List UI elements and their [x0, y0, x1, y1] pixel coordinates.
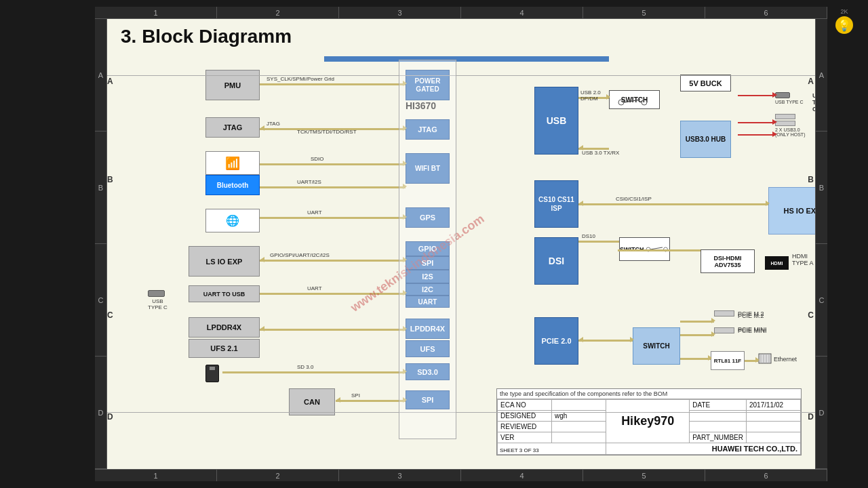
usb-c-right-area: USB TYPE C: [775, 92, 804, 104]
col-1: 1: [95, 7, 217, 18]
sd-card-icon: [205, 365, 219, 382]
usb3-icon-1: [775, 114, 795, 119]
diagram-area: 3. Block Diagramm HI3670 PMU JTAG 📶 Blue…: [107, 19, 815, 469]
lpddr4x-line: [260, 329, 406, 331]
pcie-mini-icon: [714, 327, 734, 333]
pcie-mini-arrow: [711, 331, 715, 337]
col-2: 2: [217, 7, 339, 18]
pcie-m2-line: [680, 321, 714, 323]
red-arrow-3: [772, 131, 777, 137]
col-6: 6: [705, 7, 827, 18]
red-arrow-1: [772, 92, 777, 98]
col-4: 4: [461, 7, 583, 18]
info-row-eca: ECA NO Hikey970 DATE 2017/11/02: [498, 400, 801, 411]
pcie-mini-line: [680, 334, 714, 336]
row-a: A: [95, 19, 106, 131]
part-number-label: PART_NUMBER: [690, 432, 747, 443]
pcie-m2-area: [714, 310, 734, 317]
info-row-sheet: HUAWEI TECH CO.,LTD.: [498, 443, 801, 455]
spi-can-line: [336, 400, 406, 402]
pcie-rtl-arrow: [708, 355, 712, 361]
sheet-info: SHEET 3 OF 33: [500, 447, 539, 453]
jtag-label: JTAG: [267, 121, 280, 127]
main-container: 1 2 3 4 5 6 1 2 3 4 5 6 A B C D A B C D …: [7, 7, 861, 481]
pcie-m2-icon: [714, 310, 734, 317]
ruler-right: A B C D: [815, 19, 827, 469]
h-div-bottom: [107, 412, 815, 413]
sys-clk-label: SYS_CLK/SPMI/Power Grid: [267, 76, 334, 82]
pcie-block: PCIE 2.0: [534, 317, 578, 365]
uart-gps-line: [260, 217, 406, 219]
eca-value: [552, 400, 606, 411]
usb20-arrow: [606, 94, 610, 100]
can-box: CAN: [289, 388, 335, 415]
red-line-3: [738, 134, 775, 136]
bt-text: Bluetooth: [217, 182, 249, 189]
usb-c-left-icon: [148, 290, 165, 297]
bot-col-1: 1: [95, 470, 217, 481]
uart-usb-label: UART: [307, 285, 322, 291]
reviewed-label: REVIEWED: [498, 422, 552, 432]
ruler-bottom: 1 2 3 4 5 6: [95, 469, 827, 481]
eca-label: ECA NO: [498, 400, 552, 411]
pmu-box: PMU: [205, 70, 260, 100]
uart-gps-label: UART: [307, 209, 322, 216]
dsi-switch-line: [618, 249, 701, 251]
hdmi-type-a-label: HDMITYPE A: [792, 253, 814, 266]
diagram-row-a-top: A: [107, 77, 113, 86]
rtl811-box: RTL81 11F: [711, 351, 745, 370]
bot-col-6: 6: [705, 470, 827, 481]
sdio-label: SDIO: [311, 156, 324, 162]
svg-point-0: [618, 100, 624, 105]
info-table: the type and specification of the compon…: [496, 388, 802, 455]
svg-line-2: [624, 100, 640, 102]
diagram-right-row-b: B: [808, 175, 814, 184]
jtag-arrow-left: [260, 125, 264, 131]
rtl-eth-arrow: [755, 357, 760, 363]
uart-i2s-label: UART/I2S: [297, 179, 321, 185]
date-value: 2017/11/02: [747, 400, 801, 411]
company-cell: HUAWEI TECH CO.,LTD.: [606, 443, 801, 455]
pcie-line: [578, 340, 633, 342]
lpddr4x-top-box: LPDDR4X: [189, 317, 260, 338]
red-arrow-2: [772, 119, 777, 125]
col-5: 5: [583, 7, 705, 18]
bot-col-2: 2: [217, 470, 339, 481]
corner-text: 2K: [840, 8, 848, 15]
ruler-left: A B C D: [95, 19, 107, 469]
right-row-c: C: [816, 244, 827, 357]
usb-type-c-label-right: USBTYPE C: [812, 92, 815, 113]
usb-switch-symbol: [616, 97, 650, 105]
usb3-icons-area: 2 X USB3.0(ONLY HOST): [775, 114, 805, 137]
gps-icon: 🌐: [226, 214, 239, 227]
csi-arrow: [766, 201, 770, 206]
ds10-label: DS10: [582, 233, 595, 239]
jtag-left-box: JTAG: [205, 117, 260, 138]
corner-icon: 💡: [835, 16, 853, 34]
page-title: 3. Block Diagramm: [121, 26, 292, 47]
pcie-mini-area: [714, 327, 734, 333]
svg-point-1: [642, 100, 647, 105]
hdmi-text: HDMI: [771, 261, 783, 266]
bot-col-3: 3: [339, 470, 461, 481]
usb3-icon-2: [775, 121, 795, 126]
pcie-rtl-line: [680, 358, 711, 360]
uart-to-usb-box: UART TO USB: [189, 285, 260, 302]
spi-can-label: SPI: [351, 392, 360, 399]
usb30-arrow-left: [579, 145, 583, 150]
gpio-spi-label: GPIO/SPI/UART/I2C/I2S: [270, 252, 330, 258]
csi-line: [578, 203, 768, 205]
sd30-label: SD 3.0: [297, 364, 313, 370]
pcie-switch-box: SWITCH: [633, 327, 680, 365]
usb-block: USB: [534, 87, 578, 155]
pcie-arrow: [630, 337, 634, 342]
hi3670-container: [399, 60, 456, 439]
sd-card-area: [205, 365, 219, 382]
row-c: C: [95, 244, 106, 357]
lpddr4x-arrow-left: [260, 326, 264, 331]
ruler-top: 1 2 3 4 5 6: [95, 7, 827, 19]
bom-note: the type and specification of the compon…: [497, 389, 801, 399]
gps-icon-box: 🌐: [205, 209, 260, 232]
row-d: D: [95, 357, 106, 469]
top-blue-bar: [324, 56, 609, 62]
